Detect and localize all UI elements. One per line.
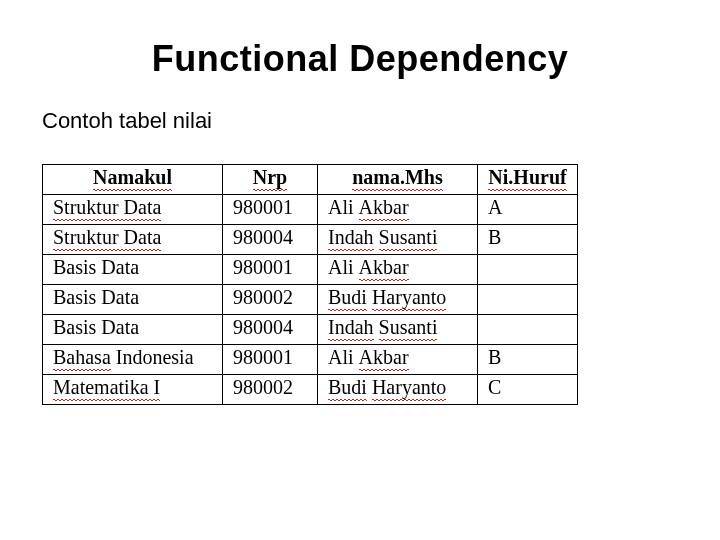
cell-nihuruf <box>478 315 578 345</box>
cell-namakul: Struktur Data <box>43 225 223 255</box>
cell-namamhs: Budi Haryanto <box>318 375 478 405</box>
cell-nihuruf: A <box>478 195 578 225</box>
table-header-row: Namakul Nrp nama.Mhs Ni.Huruf <box>43 165 578 195</box>
cell-nihuruf: B <box>478 345 578 375</box>
cell-nrp: 980001 <box>223 255 318 285</box>
cell-namamhs: Budi Haryanto <box>318 285 478 315</box>
cell-nrp: 980001 <box>223 195 318 225</box>
cell-namakul: Basis Data <box>43 255 223 285</box>
col-header-namamhs: nama.Mhs <box>318 165 478 195</box>
cell-nrp: 980004 <box>223 225 318 255</box>
cell-nrp: 980002 <box>223 375 318 405</box>
cell-namakul: Basis Data <box>43 285 223 315</box>
cell-namamhs: Ali Akbar <box>318 255 478 285</box>
cell-nihuruf: C <box>478 375 578 405</box>
table-row: Basis Data 980001 Ali Akbar <box>43 255 578 285</box>
table-container: Namakul Nrp nama.Mhs Ni.Huruf Struktur D… <box>42 164 680 405</box>
cell-namamhs: Ali Akbar <box>318 195 478 225</box>
cell-namakul: Struktur Data <box>43 195 223 225</box>
table-row: Struktur Data 980001 Ali Akbar A <box>43 195 578 225</box>
subtitle: Contoh tabel nilai <box>42 108 680 134</box>
table-row: Bahasa Indonesia 980001 Ali Akbar B <box>43 345 578 375</box>
cell-namakul: Matematika I <box>43 375 223 405</box>
table-row: Basis Data 980004 Indah Susanti <box>43 315 578 345</box>
col-header-nrp: Nrp <box>223 165 318 195</box>
cell-nihuruf <box>478 285 578 315</box>
cell-namamhs: Indah Susanti <box>318 225 478 255</box>
cell-nrp: 980002 <box>223 285 318 315</box>
cell-namakul: Bahasa Indonesia <box>43 345 223 375</box>
table-row: Matematika I 980002 Budi Haryanto C <box>43 375 578 405</box>
page-title: Functional Dependency <box>40 38 680 80</box>
table-row: Struktur Data 980004 Indah Susanti B <box>43 225 578 255</box>
cell-nrp: 980001 <box>223 345 318 375</box>
table-row: Basis Data 980002 Budi Haryanto <box>43 285 578 315</box>
cell-namakul: Basis Data <box>43 315 223 345</box>
cell-nrp: 980004 <box>223 315 318 345</box>
nilai-table: Namakul Nrp nama.Mhs Ni.Huruf Struktur D… <box>42 164 578 405</box>
col-header-namakul: Namakul <box>43 165 223 195</box>
cell-nihuruf: B <box>478 225 578 255</box>
cell-namamhs: Indah Susanti <box>318 315 478 345</box>
slide: Functional Dependency Contoh tabel nilai… <box>0 0 720 540</box>
cell-namamhs: Ali Akbar <box>318 345 478 375</box>
cell-nihuruf <box>478 255 578 285</box>
col-header-nihuruf: Ni.Huruf <box>478 165 578 195</box>
